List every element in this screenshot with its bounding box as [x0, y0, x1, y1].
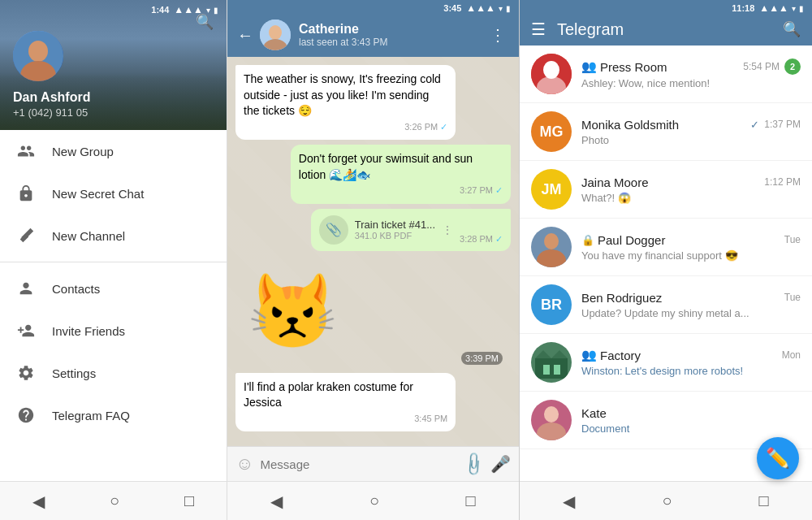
factory-avatar-svg — [531, 342, 572, 383]
status-bar-menu: 1:44 ▲▲▲ ▾ ▮ — [0, 0, 227, 20]
svg-rect-17 — [554, 365, 560, 375]
chat-battery-icon: ▮ — [506, 4, 511, 13]
chat-status-bar: 3:45 ▲▲▲ ▾ ▮ — [227, 0, 519, 16]
kate-preview-text: Document — [581, 422, 629, 435]
ben-avatar-text: BR — [541, 297, 562, 314]
monika-name: Monika Goldsmith — [581, 118, 679, 132]
monika-preview: Photo — [581, 134, 801, 146]
sticker-time: 3:39 PM — [461, 352, 503, 365]
catherine-avatar-svg — [260, 20, 291, 50]
nav-bar-list: ◀ ○ □ — [520, 481, 812, 520]
message-input[interactable] — [260, 457, 457, 471]
svg-point-19 — [544, 406, 559, 422]
svg-point-10 — [544, 233, 559, 249]
list-wifi-icon: ▾ — [792, 4, 796, 13]
file-name: Train ticket #41... — [355, 219, 435, 231]
press-room-name-row: 👥 Press Room 5:54 PM 2 — [581, 58, 801, 75]
chat-more-button[interactable]: ⋮ — [486, 22, 509, 48]
new-channel-icon — [16, 226, 36, 245]
chat-header-info: Catherine last seen at 3:43 PM — [299, 22, 486, 48]
svg-rect-13 — [535, 358, 568, 379]
menu-item-contacts[interactable]: Contacts — [0, 267, 227, 310]
list-time: 11:18 — [732, 3, 754, 13]
message-row-1: The weather is snowy, It's freezing cold… — [235, 65, 511, 140]
compose-fab-button[interactable]: ✏️ — [757, 437, 799, 479]
paul-name: 🔒 Paul Dogger — [581, 233, 665, 247]
list-header-content: ☰ Telegram 🔍 — [531, 20, 801, 39]
contact-item-ben[interactable]: BR Ben Rodriguez Tue Update? Update my s… — [520, 276, 812, 334]
message-text-2: Don't forget your swimsuit and sun lotio… — [299, 152, 473, 181]
contact-item-factory[interactable]: 👥 Factory Mon Winston: Let's design more… — [520, 334, 812, 392]
home-button-chat[interactable]: ○ — [353, 485, 395, 517]
file-size: 341.0 KB PDF — [355, 231, 435, 240]
menu-header: Dan Ashford +1 (042) 911 05 — [0, 0, 227, 130]
press-room-time: 5:54 PM — [743, 61, 780, 72]
kate-preview: Document — [581, 422, 801, 435]
message-text-5: I'll find a polar kraken costume for Jes… — [244, 380, 413, 410]
attach-button[interactable]: 📎 — [460, 450, 488, 479]
home-button-menu[interactable]: ○ — [93, 485, 136, 517]
message-bubble-2: Don't forget your swimsuit and sun lotio… — [291, 145, 511, 204]
file-more-icon[interactable]: ⋮ — [442, 223, 453, 236]
list-header: 11:18 ▲▲▲ ▾ ▮ ☰ Telegram 🔍 — [520, 0, 812, 46]
menu-user-name: Dan Ashford — [13, 89, 214, 105]
check-icon-1: ✓ — [440, 121, 447, 133]
back-button-menu[interactable]: ◀ — [16, 485, 61, 518]
monika-avatar: MG — [531, 111, 572, 152]
jaina-preview-text: What?! 😱 — [581, 192, 631, 204]
file-info: Train ticket #41... 341.0 KB PDF — [355, 219, 435, 240]
back-button-chat[interactable]: ◀ — [254, 485, 299, 518]
menu-item-settings[interactable]: Settings — [0, 352, 227, 394]
chat-header-content: ← Catherine last seen at 3:43 PM ⋮ — [237, 20, 509, 50]
menu-item-new-channel[interactable]: New Channel — [0, 214, 227, 257]
recent-button-chat[interactable]: □ — [450, 485, 492, 517]
kate-name: Kate — [581, 406, 607, 420]
new-secret-chat-icon — [16, 184, 36, 203]
chat-panel: 3:45 ▲▲▲ ▾ ▮ ← Catherine last seen at 3:… — [227, 0, 520, 520]
contact-item-monika[interactable]: MG Monika Goldsmith ✓ 1:37 PM Photo — [520, 103, 812, 161]
monika-info: Monika Goldsmith ✓ 1:37 PM Photo — [581, 118, 801, 146]
list-search-button[interactable]: 🔍 — [783, 20, 801, 38]
list-battery-icon: ▮ — [799, 4, 804, 13]
nav-bar-chat: ◀ ○ □ — [227, 481, 519, 520]
menu-item-new-secret-chat[interactable]: New Secret Chat — [0, 172, 227, 214]
ben-preview-text: Update? Update my shiny metal a... — [581, 307, 749, 319]
avatar-image — [13, 31, 63, 81]
hamburger-menu-button[interactable]: ☰ — [531, 20, 546, 39]
paul-info: 🔒 Paul Dogger Tue You have my financial … — [581, 233, 801, 262]
contact-item-press-room[interactable]: 👥 Press Room 5:54 PM 2 Ashley: Wow, nice… — [520, 46, 812, 103]
emoji-button[interactable]: ☺ — [235, 453, 253, 474]
monika-meta: ✓ 1:37 PM — [750, 119, 801, 131]
back-button-list[interactable]: ◀ — [546, 485, 591, 518]
ben-preview: Update? Update my shiny metal a... — [581, 307, 801, 319]
chat-back-button[interactable]: ← — [237, 26, 253, 45]
group-icon-press-room: 👥 — [581, 59, 597, 74]
menu-item-faq[interactable]: Telegram FAQ — [0, 394, 227, 436]
message-row-2: Don't forget your swimsuit and sun lotio… — [235, 145, 511, 204]
contact-item-jaina[interactable]: JM Jaina Moore 1:12 PM What?! 😱 — [520, 161, 812, 219]
message-time-1: 3:26 PM ✓ — [244, 121, 447, 133]
nav-bar-menu: ◀ ○ □ — [0, 481, 227, 520]
settings-label: Settings — [52, 366, 96, 380]
recent-button-menu[interactable]: □ — [168, 485, 210, 517]
wifi-icon: ▾ — [206, 6, 210, 15]
paul-lock-icon: 🔒 — [581, 234, 594, 246]
mic-button[interactable]: 🎤 — [490, 454, 511, 474]
sticker-image: 😾 — [235, 259, 349, 365]
message-row-5: I'll find a polar kraken costume for Jes… — [235, 373, 511, 432]
menu-panel: 1:44 ▲▲▲ ▾ ▮ Dan Ashford +1 (042) 911 05… — [0, 0, 227, 520]
contact-item-paul[interactable]: 🔒 Paul Dogger Tue You have my financial … — [520, 219, 812, 276]
invite-friends-icon — [16, 321, 36, 340]
contacts-list: 👥 Press Room 5:54 PM 2 Ashley: Wow, nice… — [520, 46, 812, 481]
monika-preview-text: Photo — [581, 134, 609, 146]
home-button-list[interactable]: ○ — [646, 485, 688, 517]
ben-info: Ben Rodriguez Tue Update? Update my shin… — [581, 291, 801, 319]
menu-item-invite-friends[interactable]: Invite Friends — [0, 310, 227, 352]
factory-info: 👥 Factory Mon Winston: Let's design more… — [581, 348, 801, 377]
list-signal-icon: ▲▲▲ — [759, 2, 788, 14]
message-time-5: 3:45 PM — [244, 413, 447, 425]
recent-button-list[interactable]: □ — [742, 485, 784, 517]
paul-name-row: 🔒 Paul Dogger Tue — [581, 233, 801, 247]
jaina-name-row: Jaina Moore 1:12 PM — [581, 176, 801, 189]
menu-item-new-group[interactable]: New Group — [0, 130, 227, 172]
